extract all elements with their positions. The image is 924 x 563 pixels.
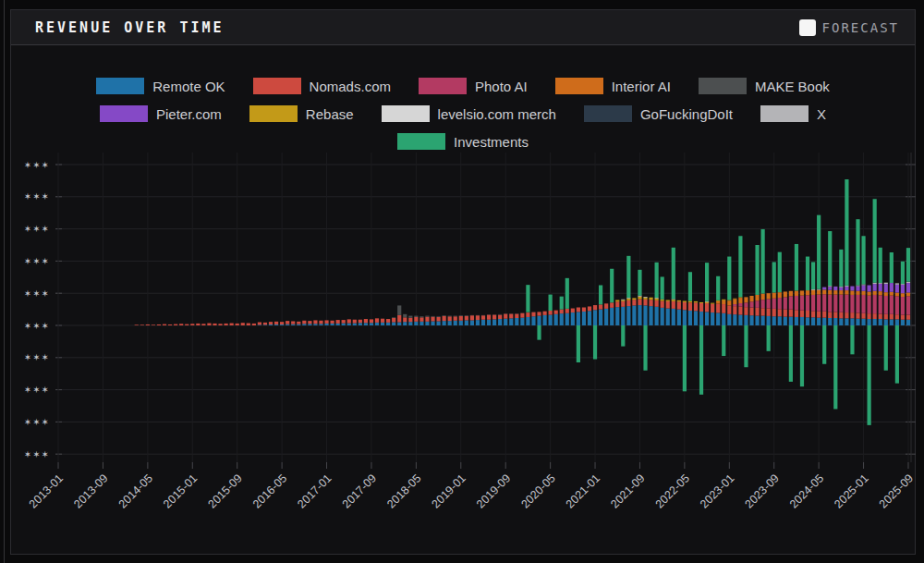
bar-segment-nomads-com [856, 312, 859, 318]
bar-segment-remote-ok [873, 319, 877, 325]
bar-segment-investments [868, 325, 871, 425]
bar-segment-interior-ai [755, 295, 759, 300]
bar-segment-rebase [699, 302, 703, 303]
bar-segment-investments [817, 215, 821, 289]
bar-segment-remote-ok [778, 316, 782, 325]
legend-label: MAKE Book [755, 79, 830, 94]
bar-segment-investments [738, 236, 742, 297]
bar-segment-nomads-com [302, 321, 306, 324]
bar-segment-rebase [661, 300, 664, 301]
y-axis-tick-label: ✶✶✶ [24, 224, 50, 234]
bar-segment-nomads-com [833, 312, 837, 318]
bar-segment-remote-ok [761, 316, 765, 325]
bar-segment-investments [722, 325, 725, 356]
bar-segment-make-book [425, 316, 429, 317]
bar-segment-nomads-com [811, 311, 815, 317]
bar-segment-investments [822, 325, 826, 364]
bar-segment-make-book [465, 315, 468, 316]
bar-segment-interior-ai [856, 291, 859, 295]
bar-segment-make-book [454, 316, 457, 317]
bar-segment-remote-ok [414, 322, 418, 325]
bar-segment-nomads-com [476, 315, 480, 320]
legend-item-investments[interactable]: Investments [397, 133, 529, 150]
bar-segment-nomads-com [146, 324, 150, 325]
legend-item-remote-ok[interactable]: Remote OK [96, 78, 225, 94]
bar-segment-remote-ok [324, 324, 328, 325]
bar-segment-investments [688, 272, 692, 300]
bar-segment-rebase [638, 297, 641, 300]
bar-segment-remote-ok [336, 324, 340, 325]
bar-segment-nomads-com [291, 321, 295, 324]
legend-item-rebase[interactable]: Rebase [249, 105, 354, 122]
bar-segment-remote-ok [868, 319, 871, 325]
x-axis-tick-label: 2019-09 [474, 471, 513, 510]
bar-segment-interior-ai [772, 293, 776, 299]
bar-segment-nomads-com [241, 323, 245, 325]
bar-segment-interior-ai [833, 290, 837, 295]
x-axis-tick-label: 2015-09 [205, 471, 244, 510]
bar-segment-pieter-com [833, 287, 837, 290]
bar-segment-x [884, 283, 888, 284]
bar-segment-rebase [733, 299, 736, 300]
bar-segment-interior-ai [879, 291, 882, 295]
bar-segment-remote-ok [789, 317, 793, 325]
legend-item-pieter-com[interactable]: Pieter.com [100, 105, 222, 122]
bar-segment-remote-ok [375, 323, 379, 325]
bar-segment-photo-ai [778, 298, 782, 309]
bar-segment-nomads-com [280, 322, 284, 324]
bar-segment-interior-ai [890, 292, 894, 296]
bar-segment-investments [895, 325, 899, 384]
bar-segment-rebase [727, 300, 731, 301]
bar-segment-nomads-com [817, 312, 821, 318]
legend-item-make-book[interactable]: MAKE Book [699, 78, 830, 94]
bar-segment-nomads-com [336, 320, 340, 324]
legend-item-photo-ai[interactable]: Photo AI [419, 78, 528, 94]
bar-segment-remote-ok [526, 317, 529, 325]
bar-segment-remote-ok [582, 312, 586, 325]
bar-segment-rebase [688, 301, 692, 303]
bar-segment-investments [890, 252, 894, 283]
bar-segment-pieter-com [884, 284, 888, 292]
bar-segment-pieter-com [873, 284, 877, 291]
bar-segment-investments [806, 257, 809, 291]
bar-segment-nomads-com [359, 320, 362, 323]
bar-segment-nomads-com [520, 313, 524, 318]
bar-segment-nomads-com [901, 315, 905, 320]
bar-segment-photo-ai [884, 296, 888, 314]
bar-segment-investments [643, 325, 647, 371]
bar-segment-photo-ai [784, 297, 787, 309]
bar-segment-remote-ok [308, 324, 311, 325]
bar-segment-nomads-com [470, 315, 474, 320]
bar-segment-remote-ok [744, 315, 748, 325]
bar-segment-investments [577, 325, 580, 362]
bar-segment-remote-ok [672, 309, 675, 325]
bar-segment-investments [901, 262, 905, 284]
bar-segment-interior-ai [738, 298, 742, 303]
bar-segment-investments [789, 325, 793, 382]
chart-legend: Remote OKNomads.comPhoto AIInterior AIMA… [10, 78, 916, 150]
bar-segment-nomads-com [414, 317, 418, 322]
bar-segment-nomads-com [861, 313, 865, 319]
legend-item-levelsio-com-merch[interactable]: levelsio.com merch [382, 105, 556, 122]
bar-segment-nomads-com [845, 312, 848, 318]
legend-item-x[interactable]: X [760, 105, 826, 122]
legend-item-interior-ai[interactable]: Interior AI [555, 78, 671, 94]
bar-segment-photo-ai [839, 295, 843, 312]
bar-segment-make-book [397, 305, 401, 314]
legend-item-nomads-com[interactable]: Nomads.com [253, 78, 391, 94]
bar-segment-remote-ok [269, 324, 273, 325]
bar-segment-make-book [419, 316, 423, 317]
bar-segment-nomads-com [795, 310, 798, 317]
bar-segment-nomads-com [593, 305, 597, 310]
bar-segment-interior-ai [744, 297, 748, 302]
bar-segment-remote-ok [347, 324, 351, 325]
bar-segment-nomads-com [324, 320, 328, 323]
bar-segment-remote-ok [890, 319, 894, 325]
bar-segment-rebase [626, 299, 630, 300]
bar-segment-make-book [392, 317, 395, 318]
bar-segment-nomads-com [705, 303, 709, 312]
bar-segment-interior-ai [868, 291, 871, 295]
bar-segment-nomads-com [403, 317, 407, 322]
legend-item-gofuckingdoit[interactable]: GoFuckingDoIt [584, 105, 733, 122]
bar-segment-pieter-com [839, 288, 843, 290]
